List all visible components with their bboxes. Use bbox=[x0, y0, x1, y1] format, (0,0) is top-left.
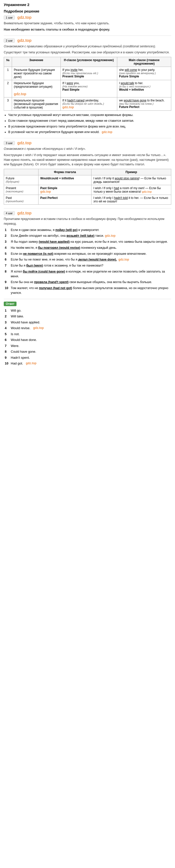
sentence-text: Я хотел бы пойти (could have gone) в кол… bbox=[11, 269, 171, 279]
answer-section: Ответ 1 Will go. 2 Will take. 3 Would ha… bbox=[4, 302, 171, 366]
cell-main: we would have gone to the beach. (мы бы … bbox=[117, 97, 171, 111]
step-4: 4 шаг gdz.top Прочитаем предложения и вс… bbox=[4, 211, 171, 296]
sentence-num: 2 bbox=[5, 234, 9, 238]
answer-num: 6 bbox=[5, 337, 9, 342]
list-item: 10 Том жалеет, что не получил (had not g… bbox=[5, 286, 171, 296]
exercise-title: Упражнение 2 bbox=[4, 2, 171, 7]
step-3: 3 шаг gdz.top Ознакомимся с правилом «Ко… bbox=[4, 141, 171, 205]
conditional-table: № Значение If-clause (условное предложен… bbox=[4, 57, 171, 111]
answer-text: Could have gone. bbox=[11, 349, 36, 354]
table-row: Present (настоящее) Past Simple gdz.top … bbox=[4, 185, 171, 195]
sentence-text: Если Джейн опоздает на автобус, она возь… bbox=[11, 234, 115, 238]
answer-num: 8 bbox=[5, 349, 9, 354]
sentence-text: Если бы ты не помог мне, я не знаю, что … bbox=[11, 257, 129, 262]
list-item: 6 Если бы ты не помог мне, я не знаю, чт… bbox=[5, 257, 171, 262]
th-time bbox=[4, 169, 38, 175]
sentence-text: Я бы подал заявку (would have applied) н… bbox=[11, 240, 168, 244]
step3-badge: 3 шаг bbox=[4, 141, 15, 145]
watermark-table3a: gdz.top bbox=[63, 105, 74, 109]
cell-form: Past Simple gdz.top bbox=[38, 185, 92, 195]
answer-item: 7 Were. bbox=[5, 343, 171, 348]
sentence-num: 1 bbox=[5, 228, 9, 232]
list-item: 4 На твоём месте, я бы повторял (would r… bbox=[5, 246, 171, 250]
answer-item: 4 Would revise. gdz.top bbox=[5, 326, 171, 331]
sentence-text: На твоём месте, я бы повторял (would rev… bbox=[11, 246, 117, 250]
section-title: Подробное решение bbox=[4, 9, 171, 13]
th-if: If-clause (условное предложение) bbox=[61, 57, 117, 67]
list-item: 1 Если я сдам свои экзамены, я пойду (wi… bbox=[5, 228, 171, 232]
cell-if: If it hadn't rained yesterday, (Если бы … bbox=[61, 97, 117, 111]
watermark-ans10: gdz.top bbox=[26, 361, 36, 366]
sentence-num: 6 bbox=[5, 257, 9, 262]
cell-if: If you invite her, (Если ты пригласишь е… bbox=[61, 67, 117, 80]
answer-text: Were. bbox=[11, 343, 19, 348]
answer-list: 1 Will go. 2 Will take. 3 Would have app… bbox=[5, 308, 171, 366]
cell-ex: I wish / If only I had a room of my own!… bbox=[92, 185, 171, 195]
answer-num: 7 bbox=[5, 343, 9, 348]
step2-subtext: Существуют три типа условных предложений… bbox=[4, 50, 171, 55]
answer-num: 2 bbox=[5, 314, 9, 319]
watermark-wish2: gdz.top bbox=[142, 190, 152, 193]
list-item: 3 Я бы подал заявку (would have applied)… bbox=[5, 240, 171, 244]
table-row: 3 Нереальное прошлое (возможный сценарий… bbox=[4, 97, 171, 111]
answer-text: Would revise. bbox=[11, 326, 31, 331]
watermark-s2: gdz.top bbox=[105, 234, 115, 238]
bullet-item: Если главное предложение стоит перед зав… bbox=[8, 119, 171, 123]
cell-ex: I wish / If only it would stop raining! … bbox=[92, 175, 171, 185]
bullet-item: Части условных предложений могут менятьс… bbox=[8, 113, 171, 118]
answer-item: 9 Hadn't spent. bbox=[5, 355, 171, 360]
cell-num: 3 bbox=[4, 97, 12, 111]
answer-num: 10 bbox=[5, 361, 9, 366]
cell-meaning: Нереальное прошлое (возможный сценарий р… bbox=[12, 97, 61, 111]
bullets-list: Части условных предложений могут менятьс… bbox=[8, 113, 171, 134]
answer-item: 5 Is not. bbox=[5, 332, 171, 337]
cell-if: If I were you, (На твоём месте) Past Sim… bbox=[61, 80, 117, 97]
step-2: 2 шаг gdz.top Ознакомимся с правилами об… bbox=[4, 38, 171, 135]
step1-text: Внимательно прочитаем задание, чтобы пон… bbox=[4, 21, 171, 26]
watermark-wish1: gdz.top bbox=[40, 190, 51, 193]
th-meaning: Значение bbox=[12, 57, 61, 67]
step1-badge: 1 шаг bbox=[4, 16, 15, 20]
list-item: 8 Я хотел бы пойти (could have gone) в к… bbox=[5, 269, 171, 279]
sentence-num: 7 bbox=[5, 263, 9, 268]
sentences-list: 1 Если я сдам свои экзамены, я пойду (wi… bbox=[5, 228, 171, 296]
answer-num: 5 bbox=[5, 332, 9, 337]
answer-text: Will take. bbox=[11, 314, 24, 319]
cell-main: she will come to your party. (она придёт… bbox=[117, 67, 171, 80]
th-num: № bbox=[4, 57, 12, 67]
answer-num: 9 bbox=[5, 355, 9, 360]
step4-text: Прочитаем предложения и вставим глаголы … bbox=[4, 217, 171, 226]
cell-time: Future (будущее) bbox=[4, 175, 38, 185]
th-form: Форма глагола bbox=[38, 169, 92, 175]
answer-text: Is not. bbox=[11, 332, 20, 337]
answer-badge: Ответ bbox=[4, 302, 16, 306]
answer-text: Would have applied. bbox=[11, 320, 40, 325]
cell-ex: I wish / If only I hadn't told it to her… bbox=[92, 195, 171, 205]
cell-main: I would talk to her. (я бы с ней поговор… bbox=[117, 80, 171, 97]
list-item: 9 Если бы она не провела (hand't spent) … bbox=[5, 280, 171, 285]
step-1: 1 шаг gdz.top Внимательно прочитаем зада… bbox=[4, 15, 171, 32]
sentence-num: 9 bbox=[5, 280, 9, 285]
cell-time: Present (настоящее) bbox=[4, 185, 38, 195]
table-row: Future (будущее) Would/could + infinitiv… bbox=[4, 175, 171, 185]
table-row: Past (прошедшее) Past Perfect I wish / I… bbox=[4, 195, 171, 205]
watermark-4: gdz.top bbox=[17, 211, 32, 215]
cell-meaning: Нереальное будущее (предполагаемая ситуа… bbox=[12, 80, 61, 97]
wish-table: Форма глагола Пример Future (будущее) Wo… bbox=[4, 169, 171, 205]
step3-desc: Конструкции с wish / if only передают на… bbox=[4, 153, 171, 167]
th-main: Main clause (главное предложение) bbox=[117, 57, 171, 67]
step2-badge: 2 шаг bbox=[4, 38, 15, 42]
sentence-text: Том жалеет, что не получил (had not got)… bbox=[11, 286, 171, 296]
th-ex: Пример bbox=[92, 169, 171, 175]
answer-num: 1 bbox=[5, 308, 9, 313]
cell-num: 2 bbox=[4, 80, 12, 97]
answer-item: 8 Could have gone. bbox=[5, 349, 171, 354]
bullet-item: В условном предложении второго типа упот… bbox=[8, 124, 171, 129]
step1-subtext: Нам необходимо вставить глаголы в скобка… bbox=[4, 27, 171, 32]
table-row: 2 Нереальное будущее (предполагаемая сит… bbox=[4, 80, 171, 97]
cell-form: Would/could + infinitive bbox=[38, 175, 92, 185]
cell-time: Past (прошедшее) bbox=[4, 195, 38, 205]
answer-text: Will go. bbox=[11, 308, 22, 313]
answer-text: Hadn't spent. bbox=[11, 355, 30, 360]
watermark-s6: gdz.top bbox=[118, 258, 129, 261]
